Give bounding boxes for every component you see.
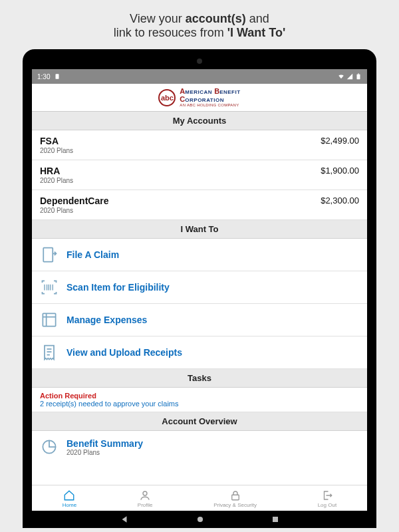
account-name: DependentCare (40, 196, 108, 206)
account-amount: $2,499.00 (321, 136, 359, 146)
camera-dot (197, 59, 202, 64)
android-nav-bar (32, 511, 367, 528)
account-name: FSA (40, 136, 73, 146)
pie-chart-icon (40, 438, 59, 456)
action-label: View and Upload Receipts (66, 347, 182, 358)
account-sub: 2020 Plans (40, 177, 73, 184)
status-time: 1:30 (37, 73, 50, 80)
overview-title: Benefit Summary (66, 438, 143, 449)
profile-icon (139, 489, 151, 501)
account-row[interactable]: FSA 2020 Plans $2,499.00 (32, 130, 367, 160)
nav-home[interactable]: Home (63, 489, 76, 508)
nav-logout[interactable]: Log Out (318, 489, 336, 508)
lock-icon (229, 489, 241, 501)
account-row[interactable]: HRA 2020 Plans $1,900.00 (32, 160, 367, 190)
tablet-frame: 1:30 abc American Benefit Corporation AN… (23, 49, 376, 528)
action-label: Scan Item for Eligibility (66, 282, 170, 293)
svg-rect-9 (273, 517, 278, 522)
promo-heading: View your account(s) and link to resouce… (0, 0, 399, 49)
app-header: abc American Benefit Corporation AN ABC … (32, 84, 367, 112)
svg-rect-4 (43, 314, 55, 327)
action-label: File A Claim (66, 249, 119, 260)
overview-benefit-summary[interactable]: Benefit Summary 2020 Plans (32, 431, 367, 463)
action-manage-expenses[interactable]: Manage Expenses (32, 304, 367, 336)
account-name: HRA (40, 166, 73, 176)
task-action-required: Action Required (40, 392, 359, 400)
account-sub: 2020 Plans (40, 207, 108, 214)
home-icon (63, 489, 75, 501)
action-scan-item[interactable]: Scan Item for Eligibility (32, 271, 367, 304)
receipt-icon (40, 343, 59, 362)
account-amount: $1,900.00 (321, 166, 359, 176)
account-sub: 2020 Plans (40, 147, 73, 154)
battery-icon (355, 73, 362, 80)
accounts-section-header: My Accounts (32, 112, 367, 130)
android-status-bar: 1:30 (32, 69, 367, 84)
svg-point-6 (143, 491, 147, 495)
svg-rect-0 (56, 74, 59, 79)
bottom-nav: Home Profile Privacy & Security Log Out (32, 485, 367, 511)
cell-signal-icon (346, 73, 353, 80)
nav-privacy[interactable]: Privacy & Security (213, 489, 257, 508)
action-file-claim[interactable]: File A Claim (32, 239, 367, 271)
wifi-icon (338, 73, 344, 80)
android-home-icon[interactable] (196, 515, 205, 524)
tasks-section-header: Tasks (32, 369, 367, 388)
overview-sub: 2020 Plans (66, 449, 143, 456)
svg-rect-3 (43, 248, 53, 262)
task-detail: 2 receipt(s) needed to approve your clai… (40, 400, 359, 408)
svg-rect-1 (357, 74, 360, 80)
device-screen: 1:30 abc American Benefit Corporation AN… (32, 69, 367, 528)
brand-logo-icon: abc (158, 89, 176, 106)
nav-profile[interactable]: Profile (138, 489, 153, 508)
account-row[interactable]: DependentCare 2020 Plans $2,300.00 (32, 190, 367, 220)
android-back-icon[interactable] (120, 515, 129, 524)
logout-icon (321, 489, 333, 501)
task-item[interactable]: Action Required 2 receipt(s) needed to a… (32, 388, 367, 412)
overview-section-header: Account Overview (32, 412, 367, 431)
barcode-icon (40, 278, 59, 297)
svg-rect-2 (358, 73, 359, 74)
account-amount: $2,300.00 (321, 196, 359, 205)
android-recent-icon[interactable] (271, 515, 279, 523)
svg-point-8 (198, 517, 203, 522)
notification-icon (54, 73, 61, 80)
expenses-icon (40, 311, 59, 329)
main-content[interactable]: My Accounts FSA 2020 Plans $2,499.00 HRA… (32, 112, 367, 485)
svg-rect-7 (231, 495, 239, 500)
action-view-receipts[interactable]: View and Upload Receipts (32, 336, 367, 369)
action-label: Manage Expenses (66, 315, 147, 325)
brand-name: American Benefit Corporation AN ABC HOLD… (180, 88, 240, 107)
iwantto-section-header: I Want To (32, 220, 367, 239)
file-claim-icon (40, 245, 59, 264)
